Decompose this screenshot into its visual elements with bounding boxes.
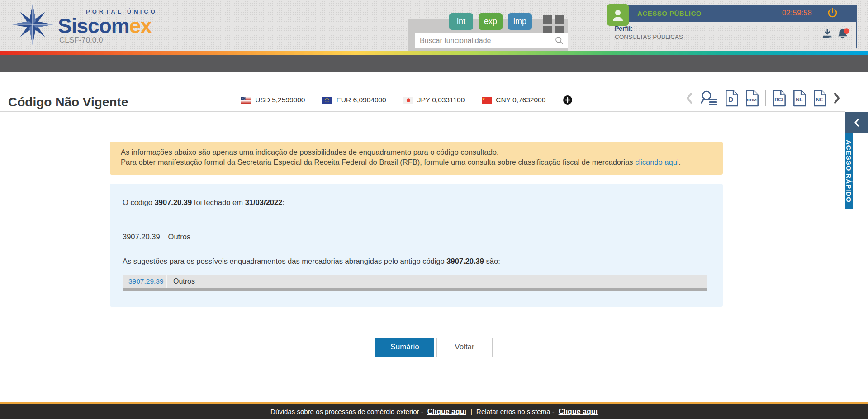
main-navbar — [0, 55, 868, 72]
chevron-left-icon[interactable] — [686, 92, 693, 104]
apps-grid-icon[interactable] — [543, 15, 564, 34]
doc-d-icon[interactable]: D — [725, 90, 739, 107]
main-content: Código Não Vigente USD 5,2599000 EUR 6,0… — [0, 72, 868, 402]
search-box — [415, 33, 568, 48]
add-currency-icon[interactable] — [563, 95, 573, 105]
old-code: 3907.20.39 — [123, 233, 160, 241]
currency-cny[interactable]: CNY 0,7632000 — [482, 96, 545, 104]
svg-text:NCM: NCM — [747, 97, 757, 102]
svg-text:NL: NL — [796, 96, 802, 102]
currency-bar: USD 5,2599000 EUR 6,0904000 JPY 0,033110… — [128, 95, 686, 111]
jp-flag-icon — [403, 97, 413, 104]
profile-value: CONSULTAS PÚBLICAS — [615, 33, 856, 40]
user-panel: ACESSO PÚBLICO 02:59:58 Perfil: CONSULTA… — [607, 5, 857, 48]
quick-access-tab[interactable]: ACESSO RÁPIDO — [845, 133, 853, 209]
footer-question1: Dúvidas sobre os processos de comércio e… — [270, 408, 423, 415]
quick-access-collapse-icon[interactable] — [845, 112, 868, 133]
summary-button[interactable]: Sumário — [375, 338, 434, 357]
suggestion-row: 3907.29.39 Outros — [123, 275, 707, 291]
currency-cny-value: CNY 0,7632000 — [496, 96, 545, 104]
footer-report-link[interactable]: Clique aqui — [559, 408, 598, 416]
suggestion-desc-cell: Outros — [166, 277, 195, 286]
svg-text:NE: NE — [816, 96, 823, 102]
search-input[interactable] — [415, 33, 568, 48]
suggestion-code-ref: 3907.20.39 — [446, 257, 484, 265]
int-button[interactable]: int — [449, 13, 473, 30]
quick-access-panel: ACESSO RÁPIDO — [845, 112, 868, 209]
user-bar: ACESSO PÚBLICO 02:59:58 — [607, 5, 857, 22]
old-code-line: 3907.20.39Outros — [123, 233, 709, 241]
eu-flag-icon — [322, 97, 332, 104]
page-toolbar: Código Não Vigente USD 5,2599000 EUR 6,0… — [0, 72, 845, 112]
footer-help-link[interactable]: Clique aqui — [427, 408, 466, 416]
access-level-label: ACESSO PÚBLICO — [637, 10, 702, 17]
alert-line2: Para obter manifestação formal da Secret… — [121, 157, 712, 167]
clicando-aqui-link[interactable]: clicando aqui — [635, 158, 678, 166]
notifications-bell-icon[interactable] — [836, 27, 850, 41]
download-icon[interactable] — [821, 27, 833, 41]
currency-eur-value: EUR 6,0904000 — [336, 96, 386, 104]
app-header: PORTAL ÚNICO Siscomex CLSF-70.0.0 int ex… — [0, 0, 868, 51]
alert-line1: As informações abaixo são apenas uma ind… — [121, 148, 712, 157]
closed-code: 3907.20.39 — [155, 198, 192, 206]
divider — [765, 90, 766, 106]
profile-label: Perfil: — [615, 25, 856, 32]
suggestion-line: As sugestões para os possíveis enquadram… — [123, 257, 709, 266]
divider — [819, 8, 819, 18]
user-profile-section: Perfil: CONSULTAS PÚBLICAS — [607, 22, 857, 48]
suggestion-code-cell: 3907.29.39 — [123, 277, 166, 286]
currency-eur[interactable]: EUR 6,0904000 — [322, 96, 386, 104]
old-code-desc: Outros — [168, 233, 191, 241]
doc-ncm-icon[interactable]: NCM — [745, 90, 759, 107]
exp-button[interactable]: exp — [479, 13, 503, 30]
chevron-right-icon[interactable] — [833, 92, 840, 104]
cn-flag-icon — [482, 97, 492, 104]
rainbow-divider — [0, 51, 868, 55]
doc-nl-icon[interactable]: NL — [792, 90, 807, 107]
currency-usd-value: USD 5,2599000 — [255, 96, 305, 104]
suggestion-code-link[interactable]: 3907.29.39 — [128, 277, 164, 285]
app-footer: Dúvidas sobre os processos de comércio e… — [0, 402, 868, 419]
doc-rgi-icon[interactable]: RGI — [772, 90, 787, 107]
closed-date: 31/03/2022 — [245, 198, 283, 206]
currency-usd[interactable]: USD 5,2599000 — [241, 96, 305, 104]
currency-jpy-value: JPY 0,0331100 — [417, 96, 465, 104]
doc-ne-icon[interactable]: NE — [813, 90, 827, 107]
svg-text:RGI: RGI — [775, 97, 783, 102]
brand-name: Siscomex — [58, 15, 157, 37]
currency-jpy[interactable]: JPY 0,0331100 — [403, 96, 465, 104]
svg-text:D: D — [729, 96, 734, 103]
imp-button[interactable]: imp — [508, 13, 532, 30]
compass-star-icon — [12, 2, 53, 47]
session-timer: 02:59:58 — [782, 9, 812, 18]
closed-code-line: O código 3907.20.39 foi fechado em 31/03… — [123, 198, 709, 207]
document-icon-toolbar: D NCM RGI NL NE — [686, 90, 840, 111]
result-panel: O código 3907.20.39 foi fechado em 31/03… — [110, 184, 723, 307]
back-button[interactable]: Voltar — [436, 338, 493, 357]
action-buttons: Sumário Voltar — [0, 338, 868, 357]
siscomex-logo[interactable]: PORTAL ÚNICO Siscomex CLSF-70.0.0 — [12, 2, 157, 47]
info-alert: As informações abaixo são apenas uma ind… — [110, 142, 723, 175]
search-icon[interactable] — [555, 36, 564, 45]
us-flag-icon — [241, 97, 251, 104]
page-title: Código Não Vigente — [8, 95, 128, 111]
logout-power-icon[interactable] — [827, 7, 838, 20]
search-results-icon[interactable] — [699, 90, 719, 107]
divider: | — [470, 408, 472, 416]
footer-question2: Relatar erros no sistema - — [476, 408, 555, 415]
